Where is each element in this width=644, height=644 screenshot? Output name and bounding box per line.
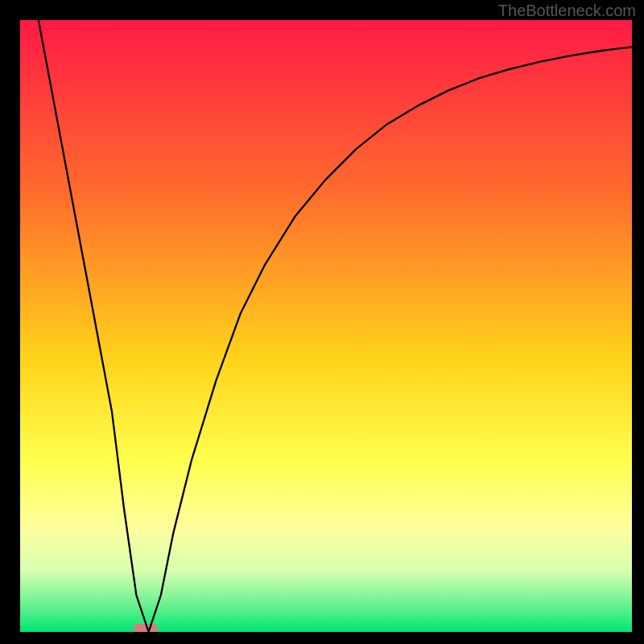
bottleneck-chart: TheBottleneck.com bbox=[0, 0, 644, 644]
plot-background bbox=[20, 20, 632, 632]
watermark-text: TheBottleneck.com bbox=[498, 2, 636, 19]
